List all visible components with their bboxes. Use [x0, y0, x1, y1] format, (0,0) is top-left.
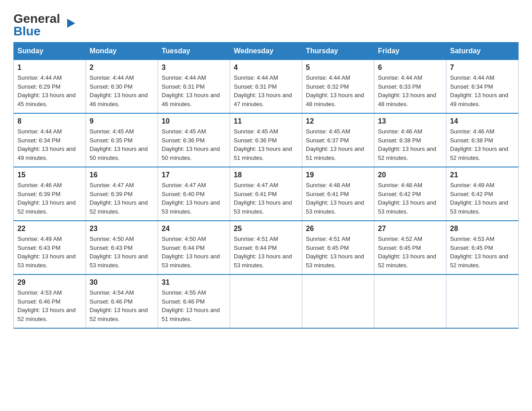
calendar-week-row: 1 Sunrise: 4:44 AMSunset: 6:29 PMDayligh…	[14, 60, 519, 114]
calendar-week-row: 15 Sunrise: 4:46 AMSunset: 6:39 PMDaylig…	[14, 167, 519, 221]
day-number: 2	[90, 64, 154, 72]
day-info: Sunrise: 4:45 AMSunset: 6:35 PMDaylight:…	[90, 127, 154, 162]
day-number: 30	[90, 278, 154, 287]
day-number: 13	[378, 117, 442, 125]
col-header-tuesday: Tuesday	[158, 43, 230, 60]
day-number: 26	[306, 225, 370, 233]
calendar-header-row: SundayMondayTuesdayWednesdayThursdayFrid…	[14, 43, 519, 60]
day-info: Sunrise: 4:48 AMSunset: 6:42 PMDaylight:…	[378, 181, 442, 216]
calendar-cell: 17 Sunrise: 4:47 AMSunset: 6:40 PMDaylig…	[158, 167, 230, 221]
day-info: Sunrise: 4:50 AMSunset: 6:43 PMDaylight:…	[90, 235, 154, 270]
calendar-cell: 18 Sunrise: 4:47 AMSunset: 6:41 PMDaylig…	[230, 167, 302, 221]
day-info: Sunrise: 4:44 AMSunset: 6:34 PMDaylight:…	[17, 127, 82, 162]
calendar-cell: 25 Sunrise: 4:51 AMSunset: 6:44 PMDaylig…	[230, 221, 302, 274]
day-info: Sunrise: 4:44 AMSunset: 6:32 PMDaylight:…	[306, 73, 370, 108]
logo: General Blue	[13, 13, 67, 38]
day-info: Sunrise: 4:45 AMSunset: 6:36 PMDaylight:…	[234, 127, 298, 162]
day-info: Sunrise: 4:48 AMSunset: 6:41 PMDaylight:…	[306, 181, 370, 216]
day-info: Sunrise: 4:44 AMSunset: 6:29 PMDaylight:…	[17, 73, 82, 108]
day-info: Sunrise: 4:46 AMSunset: 6:38 PMDaylight:…	[378, 127, 442, 162]
day-info: Sunrise: 4:55 AMSunset: 6:46 PMDaylight:…	[162, 288, 226, 323]
calendar-cell: 9 Sunrise: 4:45 AMSunset: 6:35 PMDayligh…	[86, 113, 158, 167]
day-number: 28	[450, 225, 515, 233]
day-info: Sunrise: 4:49 AMSunset: 6:42 PMDaylight:…	[450, 181, 515, 216]
calendar-cell	[446, 274, 519, 328]
calendar-cell: 20 Sunrise: 4:48 AMSunset: 6:42 PMDaylig…	[374, 167, 446, 221]
col-header-monday: Monday	[86, 43, 158, 60]
day-info: Sunrise: 4:46 AMSunset: 6:39 PMDaylight:…	[17, 181, 82, 216]
day-number: 14	[450, 117, 515, 125]
day-info: Sunrise: 4:49 AMSunset: 6:43 PMDaylight:…	[17, 235, 82, 270]
day-info: Sunrise: 4:53 AMSunset: 6:46 PMDaylight:…	[17, 288, 82, 323]
calendar-week-row: 22 Sunrise: 4:49 AMSunset: 6:43 PMDaylig…	[14, 221, 519, 274]
calendar-cell: 14 Sunrise: 4:46 AMSunset: 6:38 PMDaylig…	[446, 113, 519, 167]
calendar-cell: 16 Sunrise: 4:47 AMSunset: 6:39 PMDaylig…	[86, 167, 158, 221]
calendar-cell: 2 Sunrise: 4:44 AMSunset: 6:30 PMDayligh…	[86, 60, 158, 114]
day-info: Sunrise: 4:44 AMSunset: 6:34 PMDaylight:…	[450, 73, 515, 108]
day-number: 16	[90, 171, 154, 179]
day-number: 20	[378, 171, 442, 179]
calendar-cell: 19 Sunrise: 4:48 AMSunset: 6:41 PMDaylig…	[302, 167, 374, 221]
day-info: Sunrise: 4:52 AMSunset: 6:45 PMDaylight:…	[378, 235, 442, 270]
calendar-cell: 8 Sunrise: 4:44 AMSunset: 6:34 PMDayligh…	[14, 113, 86, 167]
calendar-cell: 5 Sunrise: 4:44 AMSunset: 6:32 PMDayligh…	[302, 60, 374, 114]
calendar-cell: 26 Sunrise: 4:51 AMSunset: 6:45 PMDaylig…	[302, 221, 374, 274]
calendar-cell: 1 Sunrise: 4:44 AMSunset: 6:29 PMDayligh…	[14, 60, 86, 114]
day-number: 7	[450, 64, 515, 72]
day-number: 9	[90, 117, 154, 125]
day-number: 23	[90, 225, 154, 233]
calendar-cell	[302, 274, 374, 328]
day-info: Sunrise: 4:47 AMSunset: 6:39 PMDaylight:…	[90, 181, 154, 216]
day-number: 31	[162, 278, 226, 287]
col-header-wednesday: Wednesday	[230, 43, 302, 60]
day-info: Sunrise: 4:47 AMSunset: 6:41 PMDaylight:…	[234, 181, 298, 216]
day-number: 24	[162, 225, 226, 233]
day-info: Sunrise: 4:50 AMSunset: 6:44 PMDaylight:…	[162, 235, 226, 270]
day-number: 25	[234, 225, 298, 233]
day-info: Sunrise: 4:44 AMSunset: 6:30 PMDaylight:…	[90, 73, 154, 108]
logo-general: General	[13, 13, 60, 25]
calendar-cell: 31 Sunrise: 4:55 AMSunset: 6:46 PMDaylig…	[158, 274, 230, 328]
calendar-cell: 13 Sunrise: 4:46 AMSunset: 6:38 PMDaylig…	[374, 113, 446, 167]
day-number: 4	[234, 64, 298, 72]
calendar-cell: 3 Sunrise: 4:44 AMSunset: 6:31 PMDayligh…	[158, 60, 230, 114]
day-number: 8	[17, 117, 82, 125]
col-header-thursday: Thursday	[302, 43, 374, 60]
day-number: 22	[17, 225, 82, 233]
calendar-cell: 24 Sunrise: 4:50 AMSunset: 6:44 PMDaylig…	[158, 221, 230, 274]
page-header: General Blue	[13, 9, 519, 38]
day-info: Sunrise: 4:45 AMSunset: 6:36 PMDaylight:…	[162, 127, 226, 162]
calendar-week-row: 8 Sunrise: 4:44 AMSunset: 6:34 PMDayligh…	[14, 113, 519, 167]
day-number: 27	[378, 225, 442, 233]
day-info: Sunrise: 4:44 AMSunset: 6:31 PMDaylight:…	[162, 73, 226, 108]
logo-blue: Blue	[13, 24, 41, 38]
col-header-friday: Friday	[374, 43, 446, 60]
day-info: Sunrise: 4:51 AMSunset: 6:44 PMDaylight:…	[234, 235, 298, 270]
calendar-cell: 29 Sunrise: 4:53 AMSunset: 6:46 PMDaylig…	[14, 274, 86, 328]
calendar-cell: 6 Sunrise: 4:44 AMSunset: 6:33 PMDayligh…	[374, 60, 446, 114]
calendar-cell: 7 Sunrise: 4:44 AMSunset: 6:34 PMDayligh…	[446, 60, 519, 114]
day-number: 12	[306, 117, 370, 125]
calendar-week-row: 29 Sunrise: 4:53 AMSunset: 6:46 PMDaylig…	[14, 274, 519, 328]
calendar-cell: 27 Sunrise: 4:52 AMSunset: 6:45 PMDaylig…	[374, 221, 446, 274]
col-header-sunday: Sunday	[14, 43, 86, 60]
calendar-cell: 4 Sunrise: 4:44 AMSunset: 6:31 PMDayligh…	[230, 60, 302, 114]
day-number: 15	[17, 171, 82, 179]
calendar-cell	[374, 274, 446, 328]
calendar-cell: 11 Sunrise: 4:45 AMSunset: 6:36 PMDaylig…	[230, 113, 302, 167]
day-info: Sunrise: 4:51 AMSunset: 6:45 PMDaylight:…	[306, 235, 370, 270]
day-number: 19	[306, 171, 370, 179]
calendar-cell: 23 Sunrise: 4:50 AMSunset: 6:43 PMDaylig…	[86, 221, 158, 274]
calendar-cell: 10 Sunrise: 4:45 AMSunset: 6:36 PMDaylig…	[158, 113, 230, 167]
day-info: Sunrise: 4:47 AMSunset: 6:40 PMDaylight:…	[162, 181, 226, 216]
day-info: Sunrise: 4:54 AMSunset: 6:46 PMDaylight:…	[90, 288, 154, 323]
calendar-table: SundayMondayTuesdayWednesdayThursdayFrid…	[13, 42, 519, 329]
day-number: 3	[162, 64, 226, 72]
day-info: Sunrise: 4:45 AMSunset: 6:37 PMDaylight:…	[306, 127, 370, 162]
calendar-cell: 21 Sunrise: 4:49 AMSunset: 6:42 PMDaylig…	[446, 167, 519, 221]
day-number: 29	[17, 278, 82, 287]
day-info: Sunrise: 4:46 AMSunset: 6:38 PMDaylight:…	[450, 127, 515, 162]
day-info: Sunrise: 4:44 AMSunset: 6:33 PMDaylight:…	[378, 73, 442, 108]
day-number: 21	[450, 171, 515, 179]
col-header-saturday: Saturday	[446, 43, 519, 60]
